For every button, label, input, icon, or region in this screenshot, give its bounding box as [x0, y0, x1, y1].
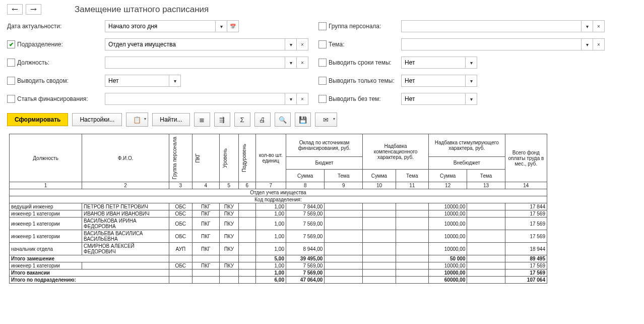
dropdown-icon[interactable]: ▾ [466, 75, 477, 87]
dept-label: Подразделение: [17, 41, 63, 48]
col-numbers-row: 1 2 3 4 5 6 7 8 9 10 11 12 13 14 [10, 182, 547, 189]
subtotal-row: Итого замешение 5,00 39 495,00 50 000 89… [10, 255, 547, 262]
theme-terms-checkbox[interactable] [318, 59, 327, 67]
mail-icon[interactable]: ✉ [315, 113, 337, 127]
col-budget: Бюджет [286, 156, 362, 169]
col-level: Уровень [221, 146, 229, 170]
report-table: Должность Ф.И.О. Группа персонала ПКГ Ур… [9, 134, 547, 284]
col-position: Должность [10, 134, 82, 182]
dropdown-icon[interactable]: ▾ [466, 57, 477, 69]
finance-label: Статья финансирования: [17, 95, 88, 102]
theme-terms-label: Выводить сроки темы: [329, 59, 392, 66]
table-row: инженер 1 категорииВАСИЛЬКОВА ИРИНА ФЕДО… [10, 218, 547, 230]
clear-icon[interactable]: × [297, 38, 308, 50]
table-row: инженер 1 категорииВАСИЛЬЕВА ВАСИЛИСА ВА… [10, 230, 547, 243]
print-icon[interactable]: 🖨 [254, 113, 271, 127]
only-themes-input[interactable] [401, 75, 466, 87]
table-row: ведущий инженерПЕТРОВ ПЕТР ПЕТРОВИЧОБСПК… [10, 203, 547, 210]
dropdown-icon[interactable]: ▾ [582, 38, 593, 50]
table-row: инженер 1 категорииИВАНОВ ИВАН ИВАНОВИЧО… [10, 210, 547, 218]
clear-icon[interactable]: × [297, 93, 308, 105]
dropdown-icon[interactable]: ▾ [285, 57, 297, 69]
sum-icon[interactable]: Σ [234, 113, 250, 127]
col-offbudget: Внебюджет [428, 156, 505, 169]
theme-input[interactable] [401, 38, 582, 50]
dropdown-icon[interactable]: ▾ [169, 75, 181, 87]
forward-button[interactable]: 🡒 [26, 4, 41, 15]
back-button[interactable]: 🡐 [7, 4, 23, 15]
collapse-icon[interactable]: ≣ [194, 113, 210, 127]
only-themes-checkbox[interactable] [318, 77, 327, 85]
theme-label: Тема: [329, 41, 345, 48]
col-fio: Ф.И.О. [82, 134, 169, 182]
total-row: Итого по подразделению: 6,00 47 064,00 6… [10, 277, 547, 284]
position-input[interactable] [105, 57, 285, 69]
clear-icon[interactable]: × [297, 57, 308, 69]
dropdown-icon[interactable]: ▾ [285, 38, 297, 50]
col-total: Всего фонд оплаты труда в мес., руб. [505, 134, 547, 182]
theme-checkbox[interactable] [318, 40, 327, 48]
dropdown-icon[interactable]: ▾ [582, 20, 593, 32]
summary-label: Выводить сводом: [17, 77, 69, 84]
group-label: Группа персонала: [329, 23, 381, 30]
settings-button[interactable]: Настройки... [72, 113, 122, 126]
only-themes-label: Выводить только темы: [329, 77, 395, 84]
col-units: кол-во шт. единиц [255, 134, 286, 182]
expand-icon[interactable]: ⇶ [214, 113, 230, 127]
find-button[interactable]: Найти... [152, 113, 189, 126]
summary-input[interactable] [105, 75, 169, 87]
col-sublevel: Подуровень [240, 142, 248, 174]
generate-button[interactable]: Сформировать [7, 113, 68, 126]
date-label: Дата актуальности: [7, 23, 61, 30]
section-title: Отдел учета имущества [10, 189, 547, 196]
calendar-icon[interactable]: 📅 [227, 20, 239, 32]
subtotal-row: Итого вакансии 1,00 7 569,00 10000,00 17… [10, 269, 547, 277]
theme-terms-input[interactable] [401, 57, 466, 69]
table-row: инженер 1 категории ОБС ПКГ ПКУ 1,00 7 5… [10, 262, 547, 269]
date-input[interactable] [105, 20, 216, 32]
copy-icon[interactable]: 📋 [126, 113, 148, 127]
col-salary: Оклад по источникам финансирования, руб. [286, 134, 362, 157]
clear-icon[interactable]: × [593, 38, 605, 50]
section-code: Код подразделения: [10, 196, 547, 203]
preview-icon[interactable]: 🔍 [275, 113, 291, 127]
finance-input[interactable] [105, 93, 285, 105]
clear-icon[interactable]: × [593, 20, 605, 32]
position-label: Должность: [17, 59, 49, 66]
col-stim: Надбавка стимулирующего характера, руб. [428, 134, 505, 157]
group-input[interactable] [401, 20, 582, 32]
dropdown-icon[interactable]: ▾ [285, 93, 297, 105]
summary-checkbox[interactable] [7, 77, 15, 85]
page-title: Замещение штатного расписания [75, 5, 209, 15]
dropdown-icon[interactable]: ▾ [216, 20, 227, 32]
position-checkbox[interactable] [7, 59, 15, 67]
col-group: Группа персонала [171, 135, 178, 181]
save-icon[interactable]: 💾 [295, 113, 311, 127]
table-row: начальник отделаСМИРНОВ АЛЕКСЕЙ ФЕДОРОВИ… [10, 243, 547, 255]
dept-input[interactable] [105, 38, 285, 50]
no-themes-label: Выводить без тем: [329, 95, 381, 102]
col-pkg: ПКГ [194, 151, 202, 165]
dept-checkbox[interactable] [7, 40, 15, 48]
no-themes-input[interactable] [401, 93, 466, 105]
group-checkbox[interactable] [318, 22, 327, 30]
no-themes-checkbox[interactable] [318, 95, 327, 103]
dropdown-icon[interactable]: ▾ [466, 93, 477, 105]
finance-checkbox[interactable] [7, 95, 15, 103]
col-comp: Надбавка компенсационного характера, руб… [363, 134, 429, 170]
